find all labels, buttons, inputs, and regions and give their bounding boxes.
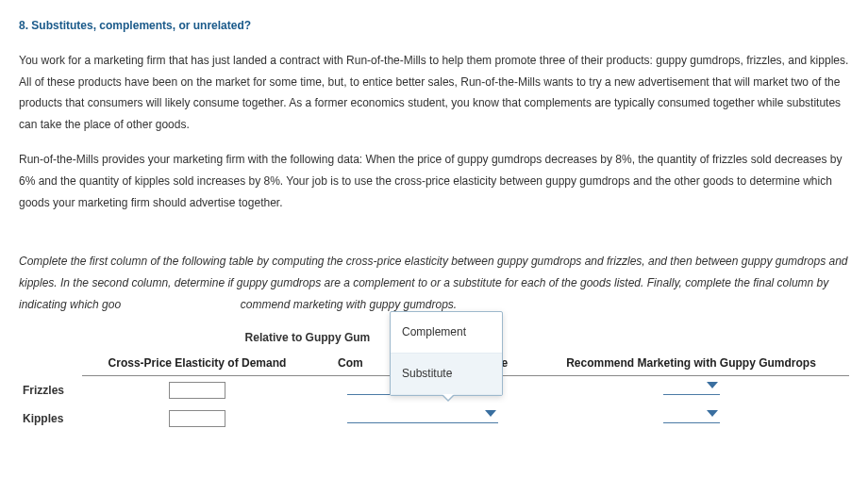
instructions-part2: commend marketing with guppy gumdrops. [241, 298, 457, 311]
cross-price-input-kipples[interactable] [169, 410, 225, 427]
svg-marker-3 [707, 410, 718, 417]
chevron-down-icon [485, 410, 496, 418]
question-title-text: Substitutes, complements, or unrelated? [31, 19, 251, 32]
col-header-cross-price: Cross-Price Elasticity of Demand [82, 351, 312, 376]
menu-pointer-icon [442, 395, 455, 402]
svg-marker-2 [485, 410, 496, 417]
chevron-down-icon [707, 410, 718, 418]
paragraph-2: Run-of-the-Mills provides your marketing… [19, 149, 849, 213]
comp-sub-dropdown-menu[interactable]: Complement Substitute [390, 311, 503, 396]
super-header-text: Relative to Guppy Gum [245, 331, 371, 344]
question-title: 8. Substitutes, complements, or unrelate… [19, 15, 849, 37]
question-number: 8. [19, 19, 28, 32]
paragraph-1: You work for a marketing firm that has j… [19, 50, 849, 136]
chevron-down-icon [707, 382, 718, 389]
row-label-kipples: Kipples [19, 404, 82, 433]
svg-marker-1 [707, 382, 718, 388]
col-header-recommend: Recommend Marketing with Guppy Gumdrops [533, 351, 849, 376]
menu-option-complement[interactable]: Complement [391, 312, 502, 354]
instructions-paragraph: Complete the first column of the followi… [19, 251, 849, 315]
cross-price-input-frizzles[interactable] [169, 382, 225, 399]
row-label-frizzles: Frizzles [19, 376, 82, 404]
recommend-dropdown-kipples[interactable] [663, 406, 720, 423]
comp-sub-dropdown-kipples[interactable] [347, 406, 498, 423]
menu-option-substitute[interactable]: Substitute [391, 354, 502, 395]
recommend-dropdown-frizzles[interactable] [663, 378, 720, 395]
